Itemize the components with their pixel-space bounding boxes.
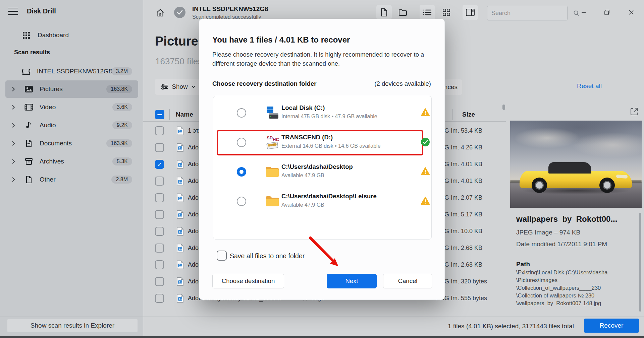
sdhc-card-icon: SDHC [264,134,280,150]
chevron-right-icon[interactable] [11,177,16,182]
choose-destination-button[interactable]: Choose destination [212,274,284,288]
select-all-checkbox[interactable] [155,110,164,119]
destination-name: C:\Users\dasha\Desktop [281,163,353,171]
destination-transcend-d[interactable]: SDHC TRANSCEND (D:) External 14.6 GB dis… [213,128,431,157]
row-checkbox[interactable] [155,160,164,169]
sidebar-item-label: Other [40,176,56,183]
destination-name: C:\Users\dasha\Desktop\Leisure [281,193,377,200]
search-input[interactable] [487,10,573,17]
preview-image-yellow-corvette[interactable] [510,121,642,208]
category-count-badge: 163.9K [106,139,132,147]
home-button[interactable] [154,6,167,19]
preview-panel-scrollbar[interactable] [639,213,641,312]
recover-button[interactable]: Recover [584,319,639,333]
list-view-icon[interactable] [420,5,435,20]
destination-list: Local Disk (C:) Internal 475 GB disk • 4… [213,96,432,240]
column-header-size[interactable]: Size [462,111,475,118]
sidebar-item-other[interactable]: Other 2.8M [5,171,138,188]
radio-button[interactable] [237,197,246,206]
scan-results-section-label: Scan results [14,49,50,56]
minimize-icon[interactable] [577,5,591,19]
filter-sliders-icon [161,84,168,90]
destination-desktop-folder[interactable]: C:\Users\dasha\Desktop Available 47.9 GB [213,157,431,187]
svg-text:SD: SD [267,135,273,140]
sidebar-item-documents[interactable]: Documents 163.9K [5,135,138,152]
bottom-bar-divider [0,317,644,317]
file-view-icon[interactable] [376,5,392,20]
sidebar-item-dashboard[interactable]: Dashboard [5,27,138,44]
row-checkbox[interactable] [155,260,164,269]
row-checkbox[interactable] [155,277,164,286]
chevron-right-icon[interactable] [11,141,16,146]
hamburger-menu-icon[interactable] [8,8,18,15]
radio-button[interactable] [237,108,246,118]
file-size: 10.0 KB [461,228,482,235]
path-lines: \Existing\Local Disk (C:)\Users\dasha \P… [516,269,637,308]
row-checkbox[interactable] [155,126,164,135]
row-checkbox[interactable] [155,193,164,202]
grid-view-icon[interactable] [439,5,454,20]
show-filter-button[interactable]: Show [155,79,202,95]
row-checkbox[interactable] [155,143,164,152]
chevron-right-icon[interactable] [11,123,16,128]
image-file-icon [176,143,184,152]
row-checkbox[interactable] [155,244,164,253]
recovery-destination-dialog: You have 1 files / 4.01 KB to recover Pl… [199,19,445,300]
sidebar-item-video[interactable]: Video 3.6K [5,98,138,116]
folder-icon [264,164,280,180]
next-button[interactable]: Next [327,274,377,288]
category-count-badge: 9.2K [112,121,132,129]
destination-details: External 14.6 GB disk • 14.6 GB availabl… [281,143,381,149]
radio-button-selected[interactable] [237,167,246,177]
file-list-scrollbar[interactable] [502,105,505,110]
destination-local-disk-c[interactable]: Local Disk (C:) Internal 475 GB disk • 4… [213,98,431,128]
video-icon [24,104,34,111]
row-checkbox[interactable] [155,227,164,236]
path-line: \Collection of wallpapers № 230 [516,292,637,299]
column-header-name[interactable]: Name [176,111,193,118]
preview-file-title: wallpapers by Rokott00... [516,214,617,224]
category-count-badge: 163.8K [106,85,132,93]
other-icon [24,176,34,184]
sidebar-item-label: Documents [40,140,72,147]
file-size: 2.07 KB [461,194,482,201]
sidebar-item-label: Pictures [40,85,63,93]
dialog-description: Please choose recovery destination. It i… [212,50,426,68]
windows-drive-icon [264,105,280,121]
destination-name: Local Disk (C:) [281,104,325,112]
destination-leisure-folder[interactable]: C:\Users\dasha\Desktop\Leisure Available… [213,187,431,216]
category-count-badge: 5.3K [112,157,132,165]
drive-icon [21,67,31,76]
row-checkbox[interactable] [155,294,164,303]
destination-section-title: Choose recovery destination folder [212,80,316,87]
preview-panel-icon[interactable] [463,5,478,20]
chevron-right-icon[interactable] [11,159,16,164]
destination-name: TRANSCEND (D:) [281,134,333,141]
image-file-icon [176,277,184,286]
radio-button[interactable] [237,138,246,147]
sidebar-item-device[interactable]: INTEL SSDPEKNW512G8 3.2M [5,63,138,80]
file-size: 555 bytes [461,295,487,302]
sidebar-item-audio[interactable]: Audio 9.2K [5,117,138,134]
warning-icon [421,108,430,117]
folder-icon [264,193,280,209]
folder-view-icon[interactable] [395,5,411,20]
chevron-right-icon[interactable] [11,105,16,110]
show-scan-results-in-explorer-button[interactable]: Show scan results in Explorer [7,319,138,332]
row-checkbox[interactable] [155,177,164,186]
page-title: Pictures [155,34,205,49]
sidebar-item-pictures[interactable]: Pictures 163.8K [5,80,138,98]
path-line: \Collection_of_wallpapers____230 [516,285,637,291]
image-file-icon [176,177,184,186]
row-checkbox[interactable] [155,210,164,219]
cancel-button[interactable]: Cancel [383,274,432,288]
reset-all-link[interactable]: Reset all [577,82,602,90]
column-divider [452,109,452,120]
close-icon[interactable] [624,5,638,19]
audio-icon [24,121,34,129]
save-to-one-folder-checkbox[interactable] [217,251,227,261]
open-preview-external-icon[interactable] [630,107,639,116]
restore-window-icon[interactable] [600,5,614,19]
sidebar-item-archives[interactable]: Archives 5.3K [5,153,138,170]
chevron-right-icon[interactable] [11,86,16,92]
